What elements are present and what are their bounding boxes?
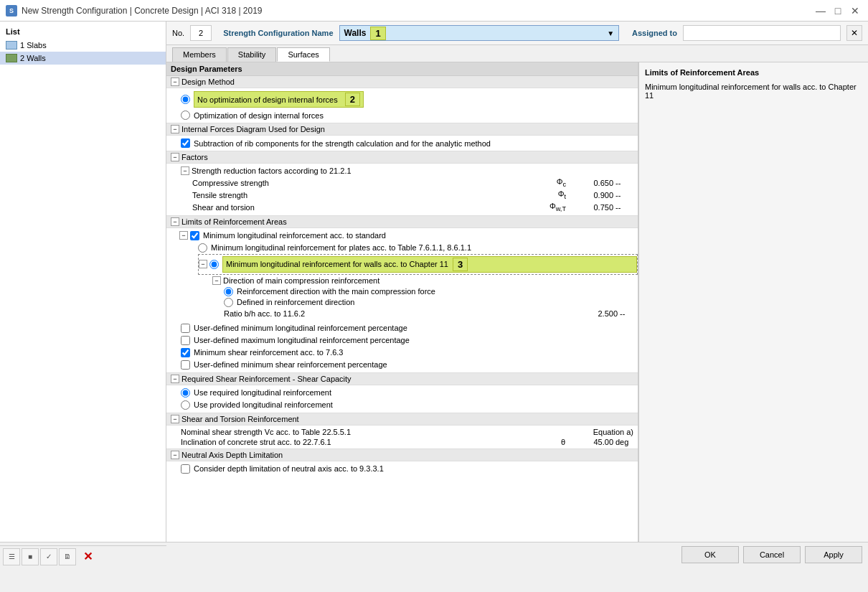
plates-option-row: Minimum longitudinal reinforcement for p… xyxy=(198,242,638,254)
extra-checkboxes: User-defined minimum longitudinal reinfo… xyxy=(176,319,638,371)
factors-header: − Factors xyxy=(166,151,638,164)
factors-collapse[interactable]: − xyxy=(171,153,179,161)
reinf-limits-content: − Minimum longitudinal reinforcement acc… xyxy=(166,228,638,372)
min-long-std-label: Minimum longitudinal reinforcement acc. … xyxy=(203,231,386,240)
compressive-row: Compressive strength Φc 0.650 -- xyxy=(192,177,633,189)
sidebar-item-walls-label: 2 Walls xyxy=(20,54,46,62)
maximize-button[interactable]: □ xyxy=(831,4,845,18)
user-max-long-label: User-defined maximum longitudinal reinfo… xyxy=(194,336,410,344)
strength-reduction-collapse[interactable]: − xyxy=(181,166,189,175)
direction-options: Reinforcement direction with the main co… xyxy=(212,286,638,308)
toolbar-btn-2[interactable]: ■ xyxy=(22,548,39,565)
compressive-symbol: Φc xyxy=(541,177,566,188)
reinf-limits-header: − Limits of Reinforcement Areas xyxy=(166,215,638,228)
reinf-limits-label: Limits of Reinforcement Areas xyxy=(181,217,287,226)
tensile-value: 0.900 xyxy=(570,191,613,199)
toolbar-btn-4[interactable]: 🗎 xyxy=(59,548,76,565)
design-params-title: Design Parameters xyxy=(166,62,638,76)
cb-subtraction[interactable] xyxy=(181,138,190,148)
assigned-label: Assigned to xyxy=(632,29,677,37)
min-long-std-collapse[interactable]: − xyxy=(179,231,188,240)
shear-torsion-unit: -- xyxy=(615,203,633,212)
toolbar-btn-3[interactable]: ✓ xyxy=(40,548,57,565)
apply-button[interactable]: Apply xyxy=(805,546,862,563)
cancel-button[interactable]: Cancel xyxy=(743,546,801,563)
neutral-axis-collapse[interactable]: − xyxy=(171,451,179,459)
factors-content: − Strength reduction factors according t… xyxy=(166,164,638,215)
nominal-shear-eq: Equation a) xyxy=(576,428,633,436)
assigned-clear-btn[interactable]: ✕ xyxy=(846,25,862,41)
right-panel-text: Minimum longitudinal reinforcement for w… xyxy=(645,83,862,100)
walls-option-highlight: Minimum longitudinal reinforcement for w… xyxy=(222,256,637,273)
no-opt-highlight: No optimization of design internal force… xyxy=(194,91,364,108)
ok-button[interactable]: OK xyxy=(681,546,739,563)
shear-torsion-label: Shear and torsion xyxy=(192,203,541,212)
sidebar-item-walls[interactable]: 2 Walls xyxy=(0,52,166,65)
right-panel: Limits of Reinforcement Areas Minimum lo… xyxy=(638,62,868,542)
shear-torsion-row: Shear and torsion Φw,T 0.750 -- xyxy=(192,201,633,213)
folder-slabs-icon xyxy=(6,41,17,50)
inclination-value: 45.00 xyxy=(570,438,613,446)
opt-label: Optimization of design internal forces xyxy=(194,111,324,120)
req-shear-collapse[interactable]: − xyxy=(171,375,179,383)
radio-plates[interactable] xyxy=(198,243,207,253)
inclination-row: Inclination of concrete strut acc. to 22… xyxy=(181,437,633,447)
design-method-collapse[interactable]: − xyxy=(171,77,179,86)
min-long-std-row: − Minimum longitudinal reinforcement acc… xyxy=(176,230,638,242)
internal-forces-options: Subtraction of rib components for the st… xyxy=(166,136,638,151)
radio-main-comp[interactable] xyxy=(224,287,233,296)
radio-opt[interactable] xyxy=(181,111,190,120)
name-label: Strength Configuration Name xyxy=(223,29,333,37)
shear-torsion-reinf-items: Nominal shear strength Vc acc. to Table … xyxy=(166,426,638,448)
toolbar-btn-1[interactable]: ☰ xyxy=(3,548,20,565)
direction-collapse[interactable]: − xyxy=(212,276,221,285)
radio-use-prov[interactable] xyxy=(181,400,190,410)
sidebar-title: List xyxy=(0,24,166,39)
cb-user-min-long[interactable] xyxy=(181,324,190,333)
radio-no-opt[interactable] xyxy=(181,95,190,104)
content-area: No. 2 Strength Configuration Name Walls … xyxy=(166,22,868,542)
internal-forces-label: Internal Forces Diagram Used for Design xyxy=(181,125,325,133)
tab-stability[interactable]: Stability xyxy=(227,47,277,62)
assigned-input[interactable] xyxy=(683,25,841,41)
cb-depth-lim[interactable] xyxy=(181,464,190,474)
close-button[interactable]: ✕ xyxy=(848,4,862,18)
no-label: No. xyxy=(172,29,184,37)
window-title: New Strength Configuration | Concrete De… xyxy=(22,6,263,16)
subtraction-row: Subtraction of rib components for the st… xyxy=(181,137,633,149)
sidebar-item-slabs[interactable]: 1 Slabs xyxy=(0,39,166,52)
req-shear-label: Required Shear Reinforcement - Shear Cap… xyxy=(181,375,352,383)
cb-user-min-shear[interactable] xyxy=(181,360,190,370)
walls-option-collapse[interactable]: − xyxy=(199,260,207,268)
shear-torsion-symbol: Φw,T xyxy=(541,202,566,212)
neutral-axis-header: − Neutral Axis Depth Limitation xyxy=(166,448,638,461)
tab-members[interactable]: Members xyxy=(172,47,227,62)
reinf-limits-collapse[interactable]: − xyxy=(171,217,179,226)
design-method-badge: 2 xyxy=(345,93,360,106)
cb-user-max-long[interactable] xyxy=(181,336,190,345)
option-no-opt-row: No optimization of design internal force… xyxy=(181,90,633,109)
use-prov-row: Use provided longitudinal reinforcement xyxy=(181,399,633,411)
minimize-button[interactable]: — xyxy=(813,4,828,18)
sidebar-delete-btn[interactable]: ✕ xyxy=(80,550,95,564)
option-opt-row: Optimization of design internal forces xyxy=(181,109,633,121)
tensile-label: Tensile strength xyxy=(192,191,541,199)
depth-lim-row: Consider depth limitation of neutral axi… xyxy=(181,463,633,475)
cb-min-long-std[interactable] xyxy=(190,231,199,240)
name-value: Walls xyxy=(344,28,367,38)
internal-forces-collapse[interactable]: − xyxy=(171,125,179,133)
shear-torsion-reinf-collapse[interactable]: − xyxy=(171,415,179,423)
design-method-options: No optimization of design internal force… xyxy=(166,88,638,123)
dropdown-arrow-icon[interactable]: ▼ xyxy=(607,29,614,37)
radio-use-req[interactable] xyxy=(181,388,190,398)
cb-min-shear[interactable] xyxy=(181,348,190,357)
radio-defined-dir[interactable] xyxy=(224,298,233,307)
inclination-unit: deg xyxy=(615,438,633,446)
tab-surfaces[interactable]: Surfaces xyxy=(277,47,329,62)
window-controls[interactable]: — □ ✕ xyxy=(813,4,862,18)
ratio-unit: -- xyxy=(620,309,638,318)
neutral-axis-options: Consider depth limitation of neutral axi… xyxy=(166,461,638,476)
ratio-value: 2.500 xyxy=(575,309,618,318)
ratio-label: Ratio b/h acc. to 11.6.2 xyxy=(224,309,575,318)
radio-walls[interactable] xyxy=(209,260,219,269)
